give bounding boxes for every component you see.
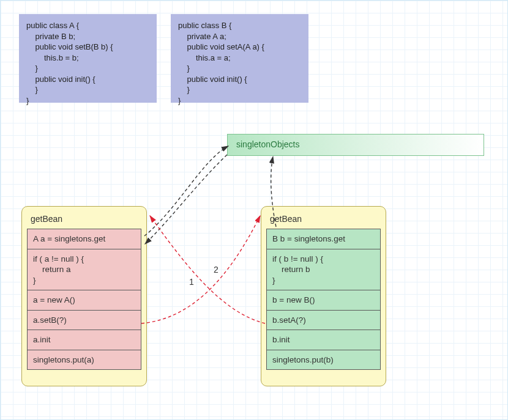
getbean-b-cell-5: singletons.put(b) [266,350,381,370]
getbean-b-cell-0: B b = singletons.get [266,229,381,249]
singleton-objects-label: singletonObjects [236,139,300,149]
getbean-a-cell-2: a = new A() [27,290,141,311]
getbean-a-box: getBean A a = singletons.get if ( a != n… [21,206,147,386]
getbean-a-title: getBean [27,212,141,229]
getbean-a-cell-5: singletons.put(a) [27,350,141,370]
getbean-a-cell-4: a.init [27,330,141,350]
getbean-b-title: getBean [266,212,381,229]
edge-label-1: 1 [189,277,194,287]
diagram-canvas: public class A { private B b; public voi… [0,0,508,420]
getbean-a-cell-0: A a = singletons.get [27,229,141,249]
getbean-b-cell-3: b.setA(?) [266,310,381,331]
getbean-b-cell-4: b.init [266,330,381,350]
edge-label-2: 2 [214,265,219,274]
code-class-b: public class B { private A a; public voi… [171,14,308,103]
getbean-b-cell-1: if ( b != null ) { return b } [266,249,381,291]
code-class-a: public class A { private B b; public voi… [19,14,157,103]
getbean-b-box: getBean B b = singletons.get if ( b != n… [261,206,386,386]
singleton-objects-box: singletonObjects [227,134,484,156]
getbean-a-cell-3: a.setB(?) [27,310,141,331]
getbean-b-cell-2: b = new B() [266,290,381,311]
getbean-a-cell-1: if ( a != null ) { return a } [27,249,141,291]
